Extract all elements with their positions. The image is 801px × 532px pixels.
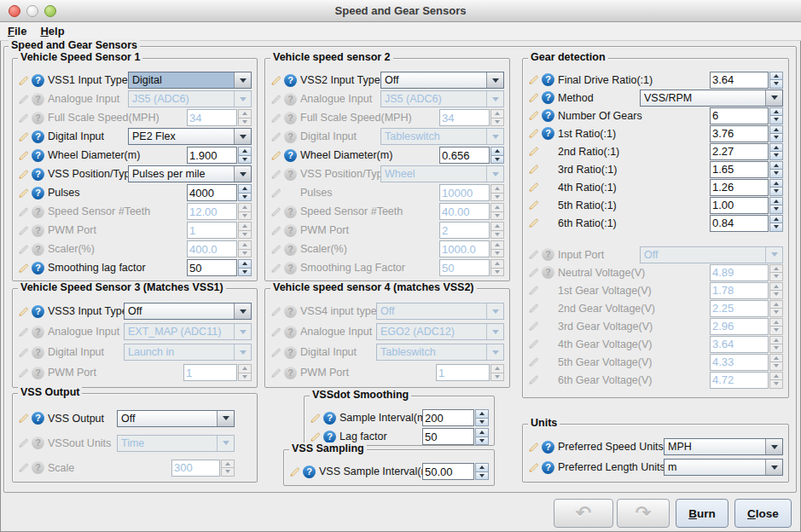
spinner-down-icon[interactable] bbox=[769, 115, 783, 124]
spinner-down-icon[interactable] bbox=[238, 268, 252, 277]
pulses-input[interactable] bbox=[187, 184, 237, 201]
window-minimize-button[interactable] bbox=[26, 5, 38, 17]
help-icon[interactable]: ? bbox=[32, 262, 44, 275]
1st-ratio-1-input[interactable] bbox=[710, 125, 769, 142]
help-icon[interactable]: ? bbox=[323, 431, 336, 443]
vss3-input-type-dropdown[interactable]: Off bbox=[124, 303, 252, 320]
chevron-down-icon[interactable] bbox=[765, 90, 782, 106]
vss-position-type-value: Pulses per mile bbox=[129, 166, 234, 182]
close-button[interactable]: Close bbox=[734, 499, 792, 528]
redo-button[interactable]: ↷ bbox=[617, 499, 670, 528]
help-icon[interactable]: ? bbox=[284, 74, 297, 87]
setting-row: ?VSS Position/TypeWheel bbox=[270, 165, 504, 183]
6th-ratio-1-input[interactable] bbox=[710, 215, 769, 232]
setting-row: ?PWM Port bbox=[18, 362, 252, 383]
spinner-down-icon[interactable] bbox=[769, 79, 783, 89]
spinner-down-icon[interactable] bbox=[475, 418, 489, 427]
help-icon: ? bbox=[32, 243, 44, 256]
setting-row: ?VSSout UnitsTime bbox=[18, 431, 235, 455]
spinner-down-icon bbox=[490, 230, 504, 240]
digital-input-value: Tableswitch bbox=[381, 129, 486, 144]
chevron-down-icon[interactable] bbox=[765, 439, 782, 454]
spinner-down-icon[interactable] bbox=[490, 155, 504, 165]
chevron-down-icon[interactable] bbox=[217, 411, 234, 426]
panel-units: Units ?Preferred Speed UnitsMPH?Preferre… bbox=[522, 424, 789, 483]
3rd-gear-voltage-v-spinner bbox=[710, 318, 783, 335]
burn-button[interactable]: Burn bbox=[676, 499, 728, 528]
setting-row: ?Analogue InputEXT_MAP (ADC11) bbox=[18, 321, 252, 342]
setting-label: 5th Ratio(:1) bbox=[558, 200, 710, 211]
chevron-down-icon[interactable] bbox=[234, 304, 251, 319]
5th-gear-voltage-v-spinner bbox=[710, 354, 783, 371]
help-icon[interactable]: ? bbox=[32, 74, 44, 87]
help-icon[interactable]: ? bbox=[32, 412, 44, 425]
spinner-down-icon[interactable] bbox=[769, 223, 783, 232]
spinner-down-icon[interactable] bbox=[769, 133, 783, 142]
wheel-diameter-m-input[interactable] bbox=[187, 147, 237, 164]
spinner-down-icon[interactable] bbox=[475, 471, 489, 481]
chevron-down-icon[interactable] bbox=[234, 129, 251, 144]
help-icon[interactable]: ? bbox=[542, 91, 554, 104]
setting-label: Input Port bbox=[558, 249, 640, 261]
method-dropdown[interactable]: VSS/RPM bbox=[640, 90, 783, 107]
preferred-length-units-dropdown[interactable]: m bbox=[664, 459, 783, 476]
vss-position-type-dropdown: Wheel bbox=[380, 165, 504, 182]
preferred-speed-units-dropdown[interactable]: MPH bbox=[664, 438, 783, 455]
help-icon[interactable]: ? bbox=[542, 73, 554, 86]
vss2-input-type-dropdown[interactable]: Off bbox=[380, 72, 504, 89]
help-icon[interactable]: ? bbox=[32, 168, 44, 181]
undo-button[interactable]: ↶ bbox=[554, 499, 613, 528]
setting-label: Digital Input bbox=[48, 130, 128, 142]
vss-position-type-dropdown[interactable]: Pulses per mile bbox=[128, 165, 252, 182]
help-icon[interactable]: ? bbox=[32, 130, 44, 143]
smoothing-lag-factor-input[interactable] bbox=[187, 259, 237, 276]
vss1-input-type-dropdown[interactable]: Digital bbox=[128, 72, 252, 89]
spinner-down-icon[interactable] bbox=[475, 437, 489, 446]
number-of-gears-input[interactable] bbox=[710, 107, 769, 124]
chevron-down-icon[interactable] bbox=[486, 72, 503, 88]
spinner-down-icon[interactable] bbox=[238, 193, 252, 202]
4th-ratio-1-input[interactable] bbox=[710, 179, 769, 196]
menu-file[interactable]: File bbox=[8, 25, 26, 38]
final-drive-ratio-1-input[interactable] bbox=[710, 72, 769, 89]
panel-title: Units bbox=[528, 417, 560, 429]
vss-sample-interval-ms-input[interactable] bbox=[422, 463, 474, 480]
chevron-down-icon[interactable] bbox=[234, 166, 251, 182]
setting-label: Analogue Input bbox=[48, 93, 128, 105]
lag-factor-input[interactable] bbox=[422, 428, 474, 445]
scale-spinner bbox=[171, 460, 235, 477]
help-icon[interactable]: ? bbox=[542, 127, 554, 140]
chevron-down-icon[interactable] bbox=[765, 460, 782, 475]
3rd-ratio-1-input[interactable] bbox=[710, 161, 769, 178]
help-icon[interactable]: ? bbox=[323, 412, 336, 425]
help-icon[interactable]: ? bbox=[284, 149, 297, 162]
spinner-down-icon[interactable] bbox=[769, 205, 783, 214]
5th-ratio-1-input[interactable] bbox=[710, 197, 769, 214]
spinner-down-icon[interactable] bbox=[769, 151, 783, 160]
wheel-diameter-m-input[interactable] bbox=[439, 147, 490, 164]
setting-label: Lag factor bbox=[340, 431, 422, 442]
edit-pencil-icon bbox=[18, 113, 30, 124]
vss-output-dropdown[interactable]: Off bbox=[117, 410, 235, 427]
setting-label: VSS Output bbox=[48, 413, 117, 425]
help-icon[interactable]: ? bbox=[542, 441, 554, 454]
spinner-down-icon[interactable] bbox=[769, 187, 783, 196]
help-icon[interactable]: ? bbox=[32, 149, 44, 162]
window-close-button[interactable] bbox=[9, 5, 20, 17]
digital-input-dropdown[interactable]: PE2 Flex bbox=[128, 128, 252, 145]
help-icon[interactable]: ? bbox=[542, 109, 554, 122]
2nd-ratio-1-input[interactable] bbox=[710, 143, 769, 160]
help-icon[interactable]: ? bbox=[542, 461, 554, 474]
spinner-down-icon[interactable] bbox=[238, 155, 252, 165]
chevron-down-icon bbox=[217, 436, 234, 451]
edit-pencil-icon bbox=[270, 263, 282, 274]
sample-interval-ms-input[interactable] bbox=[422, 409, 474, 426]
window-zoom-button[interactable] bbox=[44, 5, 56, 17]
help-icon[interactable]: ? bbox=[32, 305, 44, 318]
help-icon[interactable]: ? bbox=[32, 187, 44, 200]
chevron-down-icon[interactable] bbox=[234, 72, 251, 88]
help-icon[interactable]: ? bbox=[303, 466, 316, 478]
menu-help[interactable]: Help bbox=[40, 25, 64, 38]
spinner-down-icon[interactable] bbox=[769, 169, 783, 178]
panel-vehicle-speed-sensor-2: Vehicle speed sensor 2 ?VSS2 Input TypeO… bbox=[264, 58, 510, 281]
